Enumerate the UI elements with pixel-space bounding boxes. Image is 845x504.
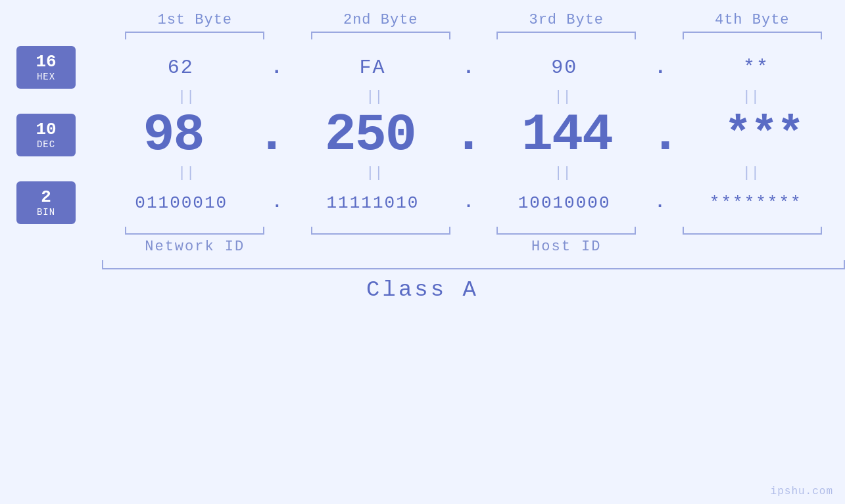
dot-hex-3: .	[654, 60, 666, 76]
eq-2-1: ||	[92, 165, 280, 181]
top-bracket-row	[0, 32, 845, 39]
hex-badge: 16 HEX	[16, 46, 76, 89]
bottom-bracket-host-cell-3	[660, 227, 846, 235]
dec-byte3: 144	[521, 105, 612, 165]
hex-byte3-group: 90	[476, 57, 654, 79]
hex-row: 16 HEX 62 . FA . 90 . **	[0, 46, 845, 89]
bracket-cell-2	[288, 32, 474, 39]
dec-values: 98 . 250 . 144 . ***	[92, 105, 845, 165]
bin-values: 01100010 . 11111010 . 10010000 . *******…	[92, 193, 845, 213]
byte2-label: 2nd Byte	[288, 12, 474, 28]
eq-2-2: ||	[280, 165, 468, 181]
equals-row-2: || || || ||	[0, 165, 845, 181]
eq-1-2: ||	[280, 89, 468, 105]
dec-number: 10	[36, 121, 56, 138]
bracket-line-1	[125, 32, 264, 39]
bottom-bracket-host-1	[311, 227, 450, 235]
bin-badge-col: 2 BIN	[0, 181, 92, 224]
bracket-line-3	[496, 32, 636, 39]
dec-byte1: 98	[143, 105, 204, 165]
bin-byte2-group: 11111010	[283, 193, 462, 213]
bin-row: 2 BIN 01100010 . 11111010 . 10010000 . *…	[0, 181, 845, 224]
hex-byte4: **	[743, 57, 769, 79]
bin-byte3: 10010000	[518, 193, 611, 213]
dec-byte3-group: 144	[486, 105, 648, 165]
eq-spacer-1	[0, 89, 92, 105]
hex-values: 62 . FA . 90 . **	[92, 57, 845, 79]
hex-number: 16	[36, 53, 56, 70]
bracket-cell-3	[473, 32, 660, 39]
equals-row-1: || || || ||	[0, 89, 845, 105]
bin-byte4: ********	[710, 193, 802, 213]
bracket-line-4	[683, 32, 822, 39]
main-container: 1st Byte 2nd Byte 3rd Byte 4th Byte 16 H…	[0, 0, 845, 504]
dec-name: DEC	[37, 139, 55, 150]
hex-byte4-group: **	[667, 57, 845, 79]
eq-2-4: ||	[657, 165, 845, 181]
dot-hex-2: .	[462, 60, 474, 76]
hex-byte1-group: 62	[92, 57, 270, 79]
hex-byte2: FA	[360, 57, 386, 79]
dot-bin-3: .	[655, 196, 665, 210]
byte3-label: 3rd Byte	[473, 12, 660, 28]
bottom-bracket-host-3	[683, 227, 822, 235]
bin-byte1: 01100010	[135, 193, 228, 213]
bottom-bracket-network	[125, 227, 264, 235]
eq-values-2: || || || ||	[92, 165, 845, 181]
class-row: Class A	[0, 277, 845, 302]
bottom-bracket-row	[0, 227, 845, 235]
bin-number: 2	[41, 189, 51, 206]
dec-byte1-group: 98	[92, 105, 254, 165]
dot-bin-1: .	[272, 196, 283, 210]
eq-1-4: ||	[657, 89, 845, 105]
bin-byte4-group: ********	[666, 193, 845, 213]
watermark: ipshu.com	[771, 486, 833, 497]
eq-spacer-2	[0, 165, 92, 181]
bracket-cell-1	[102, 32, 288, 39]
eq-1-1: ||	[92, 89, 280, 105]
dot-dec-2: .	[452, 114, 484, 156]
dec-badge-col: 10 DEC	[0, 114, 92, 156]
dot-dec-3: .	[650, 114, 681, 156]
dot-dec-1: .	[256, 114, 287, 156]
byte4-label: 4th Byte	[660, 12, 846, 28]
class-label: Class A	[366, 277, 479, 302]
bottom-bracket-host-cell-2	[473, 227, 660, 235]
dec-byte2-group: 250	[289, 105, 451, 165]
bin-byte3-group: 10010000	[475, 193, 654, 213]
network-id-label: Network ID	[102, 239, 288, 255]
dec-byte4-group: ***	[683, 109, 845, 161]
bottom-bracket-host-cell-1	[288, 227, 474, 235]
bottom-bracket-host-2	[496, 227, 636, 235]
dec-badge: 10 DEC	[16, 114, 76, 156]
dot-bin-2: .	[464, 196, 474, 210]
dec-row: 10 DEC 98 . 250 . 144 . ***	[0, 105, 845, 165]
hex-badge-col: 16 HEX	[0, 46, 92, 89]
byte1-label: 1st Byte	[102, 12, 288, 28]
bin-byte1-group: 01100010	[92, 193, 271, 213]
bin-badge: 2 BIN	[16, 181, 76, 224]
bracket-line-2	[311, 32, 450, 39]
bracket-cell-4	[660, 32, 846, 39]
hex-byte3: 90	[551, 57, 577, 79]
eq-values-1: || || || ||	[92, 89, 845, 105]
dec-byte2: 250	[325, 105, 416, 165]
bin-name: BIN	[37, 207, 55, 218]
id-labels-row: Network ID Host ID	[0, 239, 845, 255]
hex-name: HEX	[37, 72, 55, 82]
dec-byte4: ***	[724, 109, 803, 161]
hex-byte1: 62	[168, 57, 194, 79]
hex-byte2-group: FA	[284, 57, 462, 79]
header-row: 1st Byte 2nd Byte 3rd Byte 4th Byte	[0, 0, 845, 28]
full-bottom-bracket	[102, 260, 845, 269]
bin-byte2: 11111010	[327, 193, 420, 213]
host-id-label: Host ID	[288, 239, 846, 255]
eq-1-3: ||	[469, 89, 657, 105]
bottom-bracket-network-cell	[102, 227, 288, 235]
dot-hex-1: .	[271, 60, 283, 76]
eq-2-3: ||	[469, 165, 657, 181]
